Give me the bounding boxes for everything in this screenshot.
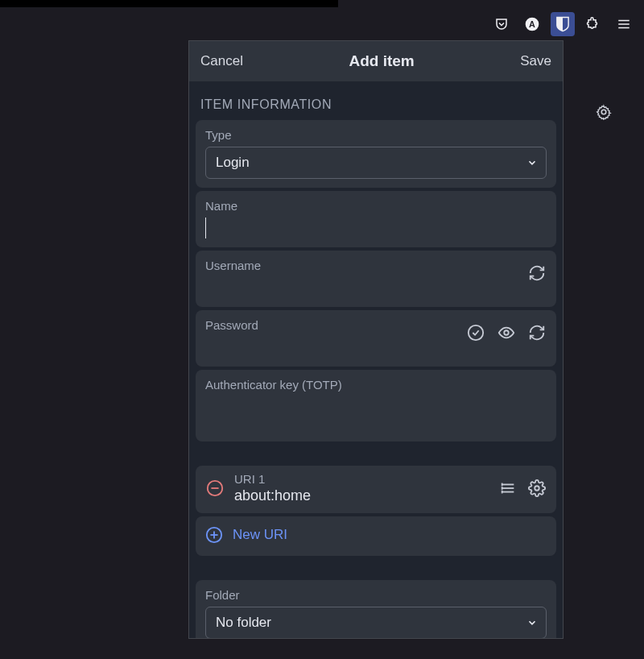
generate-password-icon[interactable]	[527, 323, 547, 342]
svg-point-17	[535, 486, 539, 491]
type-label: Type	[205, 126, 547, 147]
extensions-icon[interactable]	[581, 12, 605, 36]
totp-label: Authenticator key (TOTP)	[205, 376, 547, 396]
popup-title: Add item	[349, 52, 414, 70]
svg-point-6	[601, 110, 606, 114]
url-bar-remnant	[0, 0, 338, 7]
username-card: Username	[196, 251, 556, 307]
generate-username-icon[interactable]	[527, 263, 547, 283]
folder-value: No folder	[216, 615, 271, 631]
new-uri-card[interactable]: New URI	[196, 516, 556, 556]
name-card: Name	[196, 191, 556, 247]
name-input[interactable]	[205, 218, 547, 238]
name-label: Name	[205, 197, 547, 218]
cancel-button[interactable]: Cancel	[200, 53, 243, 69]
pocket-icon[interactable]	[489, 12, 514, 36]
save-button[interactable]: Save	[520, 53, 551, 69]
uri1-value[interactable]: about:home	[234, 486, 489, 504]
username-label: Username	[205, 257, 527, 277]
section-item-information: ITEM INFORMATION	[196, 88, 556, 120]
type-card: Type Login	[196, 120, 556, 188]
svg-text:A: A	[529, 19, 535, 28]
browser-toolbar: A	[0, 7, 644, 40]
popup-body[interactable]: ITEM INFORMATION Type Login Name Usernam…	[189, 81, 563, 638]
totp-input[interactable]	[205, 396, 547, 417]
type-select[interactable]: Login	[205, 147, 547, 179]
totp-card: Authenticator key (TOTP)	[196, 370, 556, 441]
chevron-down-icon	[526, 617, 538, 628]
password-card: Password	[196, 310, 556, 367]
page-content: Cancel Add item Save ITEM INFORMATION Ty…	[0, 40, 644, 659]
type-value: Login	[216, 155, 250, 171]
svg-point-7	[469, 325, 483, 340]
svg-point-8	[504, 330, 509, 335]
hamburger-menu-icon[interactable]	[612, 12, 636, 36]
uri-match-icon[interactable]	[498, 479, 518, 498]
toggle-visibility-icon[interactable]	[497, 323, 516, 342]
folder-label: Folder	[205, 586, 547, 607]
plus-icon	[205, 526, 223, 544]
remove-uri-icon[interactable]	[205, 479, 225, 498]
folder-card: Folder No folder	[196, 580, 556, 638]
uri1-card: URI 1 about:home	[196, 466, 556, 513]
password-label: Password	[205, 317, 466, 337]
folder-select[interactable]: No folder	[205, 607, 547, 638]
settings-gear-icon[interactable]	[595, 103, 614, 122]
bitwarden-popup: Cancel Add item Save ITEM INFORMATION Ty…	[188, 40, 564, 639]
new-uri-label: New URI	[233, 527, 287, 543]
chevron-down-icon	[526, 157, 538, 168]
popup-header: Cancel Add item Save	[189, 41, 563, 81]
password-input[interactable]	[205, 337, 466, 358]
uri-settings-icon[interactable]	[527, 479, 547, 498]
check-password-icon[interactable]	[466, 323, 485, 342]
account-icon[interactable]: A	[520, 12, 544, 36]
bitwarden-extension-icon[interactable]	[551, 12, 575, 36]
uri1-label: URI 1	[234, 472, 489, 486]
username-input[interactable]	[205, 277, 527, 298]
